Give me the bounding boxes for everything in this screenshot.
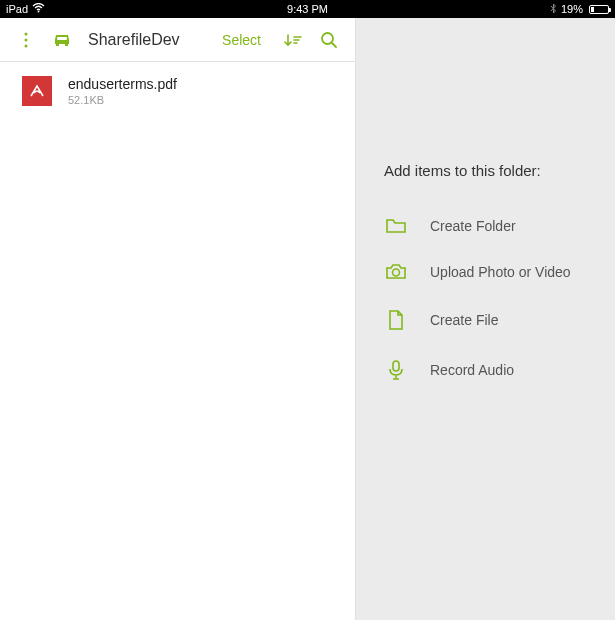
action-label: Upload Photo or Video <box>430 264 571 280</box>
file-size: 52.1KB <box>68 94 177 106</box>
folder-icon <box>384 217 408 235</box>
file-row[interactable]: enduserterms.pdf 52.1KB <box>0 62 355 120</box>
file-name: enduserterms.pdf <box>68 76 177 92</box>
svg-point-9 <box>393 269 400 276</box>
action-upload-photo[interactable]: Upload Photo or Video <box>356 249 615 295</box>
car-icon[interactable] <box>50 28 74 52</box>
svg-point-1 <box>25 32 28 35</box>
battery-icon <box>589 5 609 14</box>
camera-icon <box>384 263 408 281</box>
panel-title: Add items to this folder: <box>356 162 615 203</box>
clock: 9:43 PM <box>287 3 328 15</box>
svg-point-3 <box>25 44 28 47</box>
svg-point-2 <box>25 38 28 41</box>
action-create-folder[interactable]: Create Folder <box>356 203 615 249</box>
svg-rect-5 <box>65 43 68 46</box>
action-create-file[interactable]: Create File <box>356 295 615 345</box>
microphone-icon <box>384 359 408 381</box>
wifi-icon <box>32 3 45 15</box>
action-label: Record Audio <box>430 362 514 378</box>
search-icon[interactable] <box>317 28 341 52</box>
menu-icon[interactable] <box>14 28 38 52</box>
device-label: iPad <box>6 3 28 15</box>
svg-point-7 <box>322 33 333 44</box>
pdf-icon <box>22 76 52 106</box>
toolbar: SharefileDev Select <box>0 18 355 62</box>
status-bar: iPad 9:43 PM 19% <box>0 0 615 18</box>
battery-percent: 19% <box>561 3 583 15</box>
svg-rect-6 <box>57 37 67 40</box>
action-label: Create File <box>430 312 498 328</box>
svg-point-0 <box>38 11 40 13</box>
file-list-pane: SharefileDev Select e <box>0 18 356 620</box>
select-button[interactable]: Select <box>222 32 261 48</box>
bluetooth-icon <box>550 3 557 16</box>
folder-title: SharefileDev <box>88 31 180 49</box>
action-label: Create Folder <box>430 218 516 234</box>
svg-line-8 <box>332 43 336 47</box>
svg-rect-4 <box>56 43 59 46</box>
sort-icon[interactable] <box>281 28 305 52</box>
action-record-audio[interactable]: Record Audio <box>356 345 615 395</box>
actions-pane: Add items to this folder: Create Folder <box>356 18 615 620</box>
svg-rect-10 <box>393 361 399 371</box>
file-icon <box>384 309 408 331</box>
